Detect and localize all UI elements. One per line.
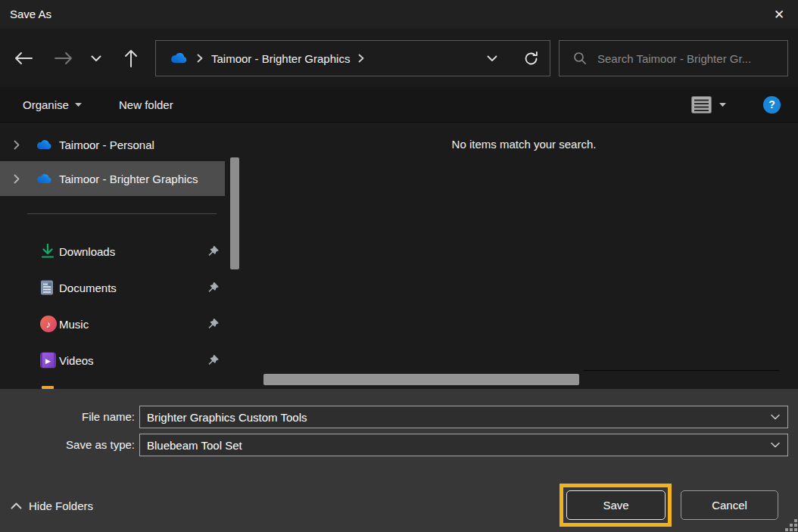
music-note-glyph: ♪ [46, 319, 51, 330]
forward-button[interactable] [52, 47, 75, 70]
chevron-down-icon[interactable] [771, 415, 780, 420]
sidebar-scrollbar[interactable] [230, 157, 239, 269]
horizontal-scrollbar[interactable] [263, 374, 579, 385]
sidebar-item-videos[interactable]: ▶ Videos [0, 344, 225, 377]
sidebar-item-documents[interactable]: Documents [0, 271, 225, 304]
navigation-bar: Taimoor - Brighter Graphics [0, 29, 798, 87]
music-icon: ♪ [40, 316, 57, 332]
organise-label: Organise [23, 98, 69, 111]
save-as-type-value: Bluebeam Tool Set [147, 439, 242, 452]
hide-folders-button[interactable]: Hide Folders [11, 499, 93, 512]
pin-icon [207, 319, 219, 330]
sidebar-item-taimoor-personal[interactable]: Taimoor - Personal [0, 129, 225, 160]
content-area: Taimoor - Personal Taimoor - Brighter Gr… [0, 123, 798, 389]
refresh-icon[interactable] [523, 51, 539, 67]
expand-chevron-icon[interactable] [14, 174, 20, 184]
save-options-pane: File name: Brighter Graphics Custom Tool… [0, 389, 798, 532]
list-view-icon [691, 96, 712, 114]
downloads-icon [40, 244, 55, 259]
address-dropdown-chevron-icon[interactable] [487, 55, 497, 62]
pin-icon [207, 246, 219, 257]
file-name-label: File name: [0, 406, 135, 428]
breadcrumb-location[interactable]: Taimoor - Brighter Graphics [211, 52, 350, 65]
up-arrow-icon [124, 48, 138, 68]
help-glyph: ? [768, 98, 775, 110]
sidebar-divider [27, 213, 217, 214]
save-as-type-combobox[interactable]: Bluebeam Tool Set [139, 434, 788, 456]
onedrive-cloud-icon [36, 139, 53, 151]
sidebar-item-label: Documents [59, 282, 117, 294]
caret-down-icon [75, 103, 82, 107]
empty-state-message: No items match your search. [250, 138, 798, 151]
documents-icon [40, 280, 54, 296]
sidebar-item-music[interactable]: ♪ Music [0, 307, 225, 341]
sidebar-item-downloads[interactable]: Downloads [0, 235, 225, 268]
hide-folders-label: Hide Folders [29, 499, 93, 512]
search-box[interactable]: Search Taimoor - Brighter Gr... [559, 40, 788, 76]
file-name-value: Brighter Graphics Custom Tools [147, 411, 307, 424]
help-icon: ? [763, 96, 781, 114]
breadcrumb-chevron-icon[interactable] [358, 54, 364, 63]
breadcrumb: Taimoor - Brighter Graphics [170, 52, 364, 65]
change-view-button[interactable] [691, 87, 726, 122]
command-toolbar: Organise New folder ? [0, 87, 798, 123]
cancel-button[interactable]: Cancel [681, 490, 778, 520]
onedrive-cloud-icon [170, 52, 189, 64]
videos-icon: ▶ [40, 353, 56, 369]
up-button[interactable] [120, 47, 142, 70]
sidebar-item-taimoor-brighter-graphics[interactable]: Taimoor - Brighter Graphics [0, 161, 225, 196]
pin-icon [207, 282, 219, 294]
expand-chevron-icon[interactable] [14, 140, 20, 150]
close-icon: ✕ [774, 7, 784, 23]
cancel-button-label: Cancel [712, 499, 747, 512]
save-button-label: Save [603, 499, 628, 512]
caret-down-icon [719, 103, 726, 107]
sidebar-item-label: Videos [59, 354, 94, 367]
new-folder-button[interactable]: New folder [119, 87, 173, 122]
close-button[interactable]: ✕ [766, 2, 792, 27]
breadcrumb-chevron-icon [197, 54, 203, 63]
list-bottom-border [583, 370, 780, 371]
onedrive-cloud-icon [36, 173, 53, 185]
chevron-up-icon [11, 502, 22, 509]
search-icon [573, 51, 587, 65]
organise-menu-button[interactable]: Organise [23, 87, 82, 122]
save-as-dialog: Save As ✕ [0, 0, 798, 532]
help-button[interactable]: ? [763, 87, 781, 122]
new-folder-label: New folder [119, 98, 173, 111]
sidebar-item-label: Taimoor - Brighter Graphics [59, 173, 198, 185]
file-name-combobox[interactable]: Brighter Graphics Custom Tools [139, 406, 788, 428]
save-button[interactable]: Save [566, 490, 666, 520]
chevron-down-icon [91, 55, 101, 62]
chevron-down-icon[interactable] [771, 443, 780, 448]
resize-grip[interactable] [785, 519, 797, 531]
title-bar: Save As ✕ [0, 0, 798, 29]
pin-icon [207, 355, 219, 366]
sidebar-item-label: Downloads [59, 245, 115, 258]
save-as-type-label: Save as type: [0, 434, 135, 456]
recent-locations-button[interactable] [85, 47, 108, 70]
sidebar-item-label: Taimoor - Personal [59, 138, 154, 151]
back-button[interactable] [12, 47, 35, 70]
play-glyph: ▶ [45, 356, 51, 364]
sidebar-item-label: Music [59, 318, 89, 331]
forward-arrow-icon [54, 51, 73, 65]
search-placeholder: Search Taimoor - Brighter Gr... [597, 52, 751, 65]
dialog-title: Save As [10, 0, 51, 29]
back-arrow-icon [14, 51, 33, 65]
address-bar[interactable]: Taimoor - Brighter Graphics [155, 40, 550, 76]
